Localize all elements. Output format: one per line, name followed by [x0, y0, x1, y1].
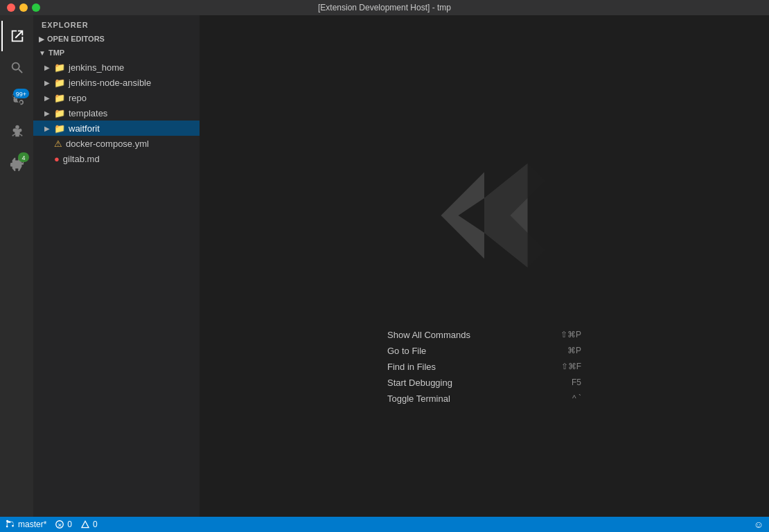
- window-title: [Extension Development Host] - tmp: [318, 3, 451, 12]
- extensions-badge: 4: [18, 152, 29, 162]
- tmp-section-arrow: ▼: [39, 49, 46, 57]
- shortcut-label: Go to File: [387, 346, 426, 356]
- git-branch-icon: [6, 520, 15, 529]
- shortcut-row: Find in Files ⇧⌘F: [387, 362, 581, 372]
- maximize-button[interactable]: [32, 3, 40, 12]
- folder-icon: 📁: [54, 93, 65, 103]
- open-editors-label: OPEN EDITORS: [47, 35, 105, 43]
- shortcuts-list: Show All Commands ⇧⌘P Go to File ⌘P Find…: [387, 330, 581, 404]
- shortcut-row: Show All Commands ⇧⌘P: [387, 330, 581, 340]
- sidebar-title: EXPLORER: [33, 15, 200, 32]
- tree-item-jenkins-node-ansible[interactable]: ▶ 📁 jenkins-node-ansible: [33, 75, 200, 90]
- warnings-status[interactable]: 0: [80, 520, 98, 529]
- extensions-activity-icon[interactable]: 4: [1, 148, 32, 179]
- shortcut-keys: F5: [572, 378, 581, 387]
- source-control-activity-icon[interactable]: 99+: [1, 85, 32, 115]
- folder-arrow: ▶: [44, 125, 51, 132]
- folder-icon: 📁: [54, 123, 65, 134]
- svg-marker-0: [441, 172, 485, 258]
- source-control-badge: 99+: [13, 89, 29, 98]
- shortcut-keys: ⇧⌘P: [560, 330, 581, 339]
- window-controls: [7, 3, 40, 12]
- tree-item-label: templates: [69, 108, 107, 118]
- shortcut-label: Toggle Terminal: [387, 393, 450, 404]
- debug-activity-icon[interactable]: [1, 116, 32, 147]
- folder-icon: 📁: [54, 62, 65, 73]
- sidebar: EXPLORER ▶ OPEN EDITORS ▼ TMP ▶ 📁 jenkin…: [33, 15, 200, 517]
- shortcut-keys: ⌘P: [567, 346, 581, 355]
- close-button[interactable]: [7, 3, 15, 12]
- error-status-icon: ✕: [55, 520, 64, 529]
- git-branch-status[interactable]: master*: [6, 520, 46, 529]
- explorer-activity-icon[interactable]: [1, 21, 32, 51]
- shortcut-keys: ^ `: [572, 393, 581, 403]
- minimize-button[interactable]: [19, 3, 28, 12]
- shortcut-row: Start Debugging F5: [387, 378, 581, 388]
- feedback-button[interactable]: ☺: [754, 519, 763, 530]
- search-activity-icon[interactable]: [1, 53, 32, 83]
- tree-item-repo[interactable]: ▶ 📁 repo: [33, 90, 200, 105]
- warning-icon: ⚠: [54, 139, 62, 149]
- open-editors-arrow: ▶: [39, 35, 44, 43]
- shortcut-label: Find in Files: [387, 362, 436, 372]
- warnings-count: 0: [93, 520, 98, 529]
- tree-item-label: docker-compose.yml: [66, 139, 149, 149]
- title-bar: [Extension Development Host] - tmp: [0, 0, 769, 15]
- errors-status[interactable]: ✕ 0: [55, 520, 72, 529]
- smiley-icon: ☺: [754, 519, 763, 530]
- editor-area: Show All Commands ⇧⌘P Go to File ⌘P Find…: [200, 15, 769, 517]
- activity-bar: 99+ 4: [0, 15, 33, 517]
- tree-item-label: repo: [69, 93, 87, 103]
- folder-icon: 📁: [54, 78, 65, 88]
- error-icon: ●: [54, 154, 60, 164]
- folder-arrow: ▶: [44, 79, 51, 87]
- shortcut-label: Show All Commands: [387, 330, 470, 340]
- svg-text:✕: ✕: [58, 522, 62, 529]
- status-bar: master* ✕ 0 0 ☺: [0, 517, 769, 532]
- main-layout: 99+ 4 EXPLORER ▶ OPEN EDITORS ▼ TMP: [0, 15, 769, 517]
- shortcut-row: Go to File ⌘P: [387, 346, 581, 356]
- vscode-logo: [398, 129, 571, 302]
- tree-item-label: waitforit: [69, 123, 100, 134]
- tree-item-docker-compose[interactable]: ▶ ⚠ docker-compose.yml: [33, 136, 200, 151]
- tmp-section-header[interactable]: ▼ TMP: [33, 46, 200, 60]
- shortcut-row: Toggle Terminal ^ `: [387, 393, 581, 404]
- errors-count: 0: [67, 520, 72, 529]
- warning-status-icon: [80, 520, 90, 529]
- tree-item-jenkins-home[interactable]: ▶ 📁 jenkins_home: [33, 60, 200, 75]
- tree-item-giltab[interactable]: ▶ ● giltab.md: [33, 151, 200, 166]
- tree-item-label: jenkins_home: [69, 62, 124, 73]
- folder-arrow: ▶: [44, 94, 51, 102]
- tree-item-waitforit[interactable]: ▶ 📁 waitforit: [33, 121, 200, 136]
- tree-item-templates[interactable]: ▶ 📁 templates: [33, 105, 200, 121]
- tree-item-label: jenkins-node-ansible: [69, 78, 151, 88]
- shortcut-keys: ⇧⌘F: [561, 362, 581, 371]
- tree-item-label: giltab.md: [63, 154, 100, 164]
- tmp-section-label: TMP: [48, 48, 64, 57]
- shortcut-label: Start Debugging: [387, 378, 452, 388]
- folder-arrow: ▶: [44, 109, 51, 117]
- git-branch-label: master*: [18, 520, 46, 529]
- folder-icon: 📁: [54, 108, 65, 118]
- open-editors-header[interactable]: ▶ OPEN EDITORS: [33, 32, 200, 46]
- folder-arrow: ▶: [44, 64, 51, 71]
